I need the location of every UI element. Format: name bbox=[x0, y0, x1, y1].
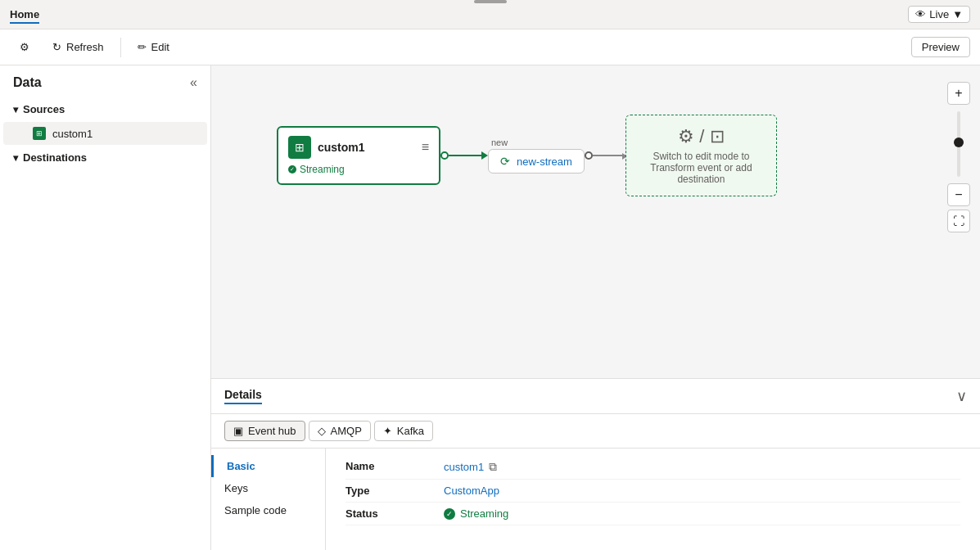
stream-node-name: new-stream bbox=[517, 156, 572, 168]
source-node-status-label: Streaming bbox=[300, 164, 345, 175]
zoom-slider-track bbox=[957, 111, 960, 177]
add-node-text: Switch to edit mode to Transform event o… bbox=[626, 151, 776, 185]
home-tab-label: Home bbox=[10, 8, 39, 20]
details-value-name: custom1 ⧉ bbox=[444, 460, 497, 474]
source-node-icon: ⊞ bbox=[288, 136, 311, 159]
edit-icon: ✏ bbox=[138, 41, 147, 53]
kafka-icon: ✦ bbox=[383, 425, 392, 437]
connector-line-segment-1 bbox=[449, 155, 481, 156]
details-label-status: Status bbox=[345, 507, 444, 520]
collapse-icon: « bbox=[190, 75, 197, 90]
details-collapse-button[interactable]: ∨ bbox=[956, 387, 967, 405]
edit-label: Edit bbox=[151, 41, 169, 53]
sources-section: ▾ Sources ⊞ custom1 bbox=[0, 97, 210, 145]
source-node-status: Streaming bbox=[288, 164, 429, 175]
event-hub-icon: ▣ bbox=[233, 425, 243, 437]
details-nav-keys-label: Keys bbox=[224, 482, 248, 494]
details-panel: Details ∨ ▣ Event hub ◇ AMQP ✦ Kafka bbox=[211, 378, 980, 550]
details-content: Basic Keys Sample code Name custom1 bbox=[211, 449, 980, 550]
tab-event-hub[interactable]: ▣ Event hub bbox=[224, 421, 305, 441]
connector-line-1 bbox=[440, 151, 488, 160]
copy-name-icon[interactable]: ⧉ bbox=[489, 460, 497, 474]
main-layout: Data « ▾ Sources ⊞ custom1 ▾ Destination… bbox=[0, 65, 980, 550]
refresh-icon: ↻ bbox=[52, 41, 61, 53]
zoom-in-icon: + bbox=[955, 86, 962, 101]
status-badge-icon: ✓ bbox=[444, 508, 455, 520]
canvas-area: ⊞ custom1 ≡ Streaming bbox=[211, 65, 980, 550]
source-node[interactable]: ⊞ custom1 ≡ Streaming bbox=[277, 126, 440, 185]
details-header: Details ∨ bbox=[211, 379, 980, 414]
zoom-out-icon: − bbox=[955, 187, 962, 202]
amqp-icon: ◇ bbox=[318, 425, 326, 437]
home-tab[interactable]: Home bbox=[10, 5, 39, 24]
source-node-title: custom1 bbox=[318, 141, 415, 154]
edit-button[interactable]: ✏ Edit bbox=[128, 36, 179, 58]
details-nav-sample-code[interactable]: Sample code bbox=[211, 499, 325, 521]
details-tabs: ▣ Event hub ◇ AMQP ✦ Kafka bbox=[211, 414, 980, 449]
destinations-label: Destinations bbox=[23, 151, 87, 164]
sources-chevron: ▾ bbox=[13, 104, 18, 115]
details-table: Name custom1 ⧉ Type CustomApp Status ✓ bbox=[326, 449, 980, 550]
sidebar-collapse-button[interactable]: « bbox=[190, 75, 197, 90]
connector-arrowhead-1 bbox=[481, 151, 488, 160]
details-nav: Basic Keys Sample code bbox=[211, 449, 326, 550]
sources-header[interactable]: ▾ Sources bbox=[0, 97, 210, 122]
tab-amqp[interactable]: ◇ AMQP bbox=[309, 421, 371, 441]
details-label-name: Name bbox=[345, 460, 444, 474]
stream-node-wrapper: new ⟳ new-stream bbox=[488, 138, 585, 174]
details-collapse-icon: ∨ bbox=[956, 388, 967, 404]
event-hub-label: Event hub bbox=[248, 425, 296, 437]
flow-container: ⊞ custom1 ≡ Streaming bbox=[277, 115, 777, 196]
details-row-type: Type CustomApp bbox=[345, 480, 960, 503]
add-destination-node[interactable]: ⚙ / ⊡ Switch to edit mode to Transform e… bbox=[625, 115, 777, 196]
refresh-button[interactable]: ↻ Refresh bbox=[43, 36, 114, 58]
live-label: Live bbox=[929, 8, 949, 20]
sidebar-header: Data « bbox=[0, 65, 210, 97]
sidebar: Data « ▾ Sources ⊞ custom1 ▾ Destination… bbox=[0, 65, 211, 550]
refresh-label: Refresh bbox=[66, 41, 104, 53]
status-dot bbox=[288, 165, 296, 174]
zoom-in-button[interactable]: + bbox=[947, 82, 970, 105]
details-value-type: CustomApp bbox=[444, 485, 499, 497]
details-nav-keys[interactable]: Keys bbox=[211, 477, 325, 499]
sources-label: Sources bbox=[23, 103, 65, 115]
preview-button[interactable]: Preview bbox=[911, 37, 970, 57]
custom1-icon: ⊞ bbox=[33, 127, 46, 140]
details-value-status: ✓ Streaming bbox=[444, 507, 508, 520]
settings-icon: ⚙ bbox=[20, 41, 29, 53]
live-chevron: ▼ bbox=[952, 8, 963, 20]
destinations-header[interactable]: ▾ Destinations bbox=[0, 145, 210, 170]
details-nav-sample-code-label: Sample code bbox=[224, 504, 287, 516]
details-nav-basic[interactable]: Basic bbox=[211, 455, 325, 477]
stream-node-label: new bbox=[488, 138, 585, 147]
live-badge[interactable]: 👁 Live ▼ bbox=[908, 6, 970, 23]
tab-kafka[interactable]: ✦ Kafka bbox=[374, 421, 433, 441]
source-node-menu-icon[interactable]: ≡ bbox=[422, 140, 429, 155]
details-title: Details bbox=[224, 388, 262, 404]
zoom-fit-icon: ⛶ bbox=[953, 214, 964, 228]
add-node-icons: ⚙ / ⊡ bbox=[678, 126, 724, 147]
destinations-section: ▾ Destinations bbox=[0, 145, 210, 170]
zoom-out-button[interactable]: − bbox=[947, 183, 970, 206]
live-icon: 👁 bbox=[915, 8, 926, 20]
details-row-status: Status ✓ Streaming bbox=[345, 503, 960, 525]
stream-node-icon: ⟳ bbox=[500, 155, 510, 168]
connector-dot-2 bbox=[585, 151, 593, 160]
source-node-header: ⊞ custom1 ≡ bbox=[288, 136, 429, 159]
canvas: ⊞ custom1 ≡ Streaming bbox=[211, 65, 980, 378]
sidebar-item-custom1[interactable]: ⊞ custom1 bbox=[3, 122, 207, 145]
toolbar-divider bbox=[120, 38, 121, 57]
amqp-label: AMQP bbox=[331, 425, 362, 437]
destinations-chevron: ▾ bbox=[13, 152, 18, 164]
title-bar: Home 👁 Live ▼ bbox=[0, 0, 980, 29]
stream-node[interactable]: ⟳ new-stream bbox=[488, 149, 585, 174]
zoom-slider-thumb[interactable] bbox=[954, 138, 964, 147]
kafka-label: Kafka bbox=[397, 425, 424, 437]
details-label-type: Type bbox=[345, 485, 444, 497]
toolbar: ⚙ ↻ Refresh ✏ Edit Preview bbox=[0, 29, 980, 65]
connector-line-2 bbox=[585, 151, 625, 160]
custom1-label: custom1 bbox=[52, 128, 93, 140]
preview-label: Preview bbox=[922, 41, 960, 53]
zoom-fit-button[interactable]: ⛶ bbox=[947, 210, 970, 232]
settings-button[interactable]: ⚙ bbox=[10, 36, 39, 58]
